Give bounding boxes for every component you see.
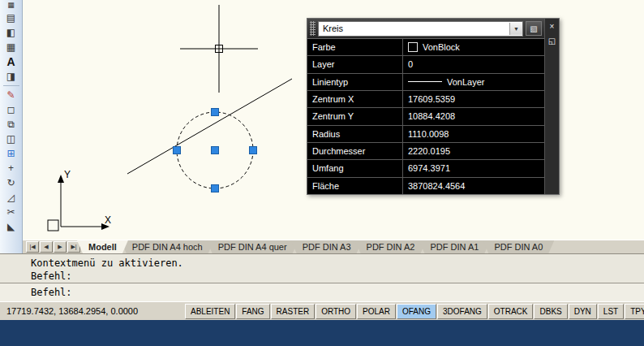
property-row-flaeche: Fläche 3870824.4564 [307, 178, 544, 194]
command-prompt-text: Befehl: [31, 287, 72, 298]
application-window: ▦ ▤ ◧ ▦ A ◨ ✎ ◻ ⧉ ◫ ⊞ + ↻ ◿ ✂ ◣ [0, 0, 644, 346]
tab-pdf-din-a2[interactable]: PDF DIN A2 [355, 240, 427, 253]
quick-select-icon: ▧ [530, 24, 537, 33]
chamfer-icon[interactable]: ◣ [3, 220, 19, 233]
status-toggle-3dofang[interactable]: 3DOFANG [437, 304, 487, 319]
layout-tab-bar: |◀ ◀ ▶ ▶| Modell PDF DIN A4 hoch PDF DIN… [23, 240, 644, 253]
first-tab-icon[interactable]: |◀ [26, 241, 39, 253]
ucs-x-label: X [105, 214, 111, 226]
tab-navigation: |◀ ◀ ▶ ▶| [26, 241, 80, 253]
prev-tab-icon[interactable]: ◀ [40, 241, 53, 253]
next-tab-icon[interactable]: ▶ [54, 241, 67, 253]
property-label: Farbe [307, 39, 403, 55]
property-row-farbe: Farbe VonBlock [307, 39, 544, 56]
tab-modell[interactable]: Modell [77, 240, 128, 253]
palette-side-bar: × ◱ [544, 19, 559, 194]
command-history[interactable]: Kontextmenü zu aktivieren. Befehl: [0, 254, 644, 283]
construction-line[interactable] [127, 79, 292, 174]
property-row-umfang: Umfang 6974.3971 [307, 160, 544, 177]
scale-icon[interactable]: ◿ [3, 191, 19, 204]
move-icon[interactable]: + [3, 162, 19, 175]
trim-icon[interactable]: ✂ [3, 205, 19, 218]
property-label: Radius [307, 126, 403, 142]
mirror-icon[interactable]: ◫ [3, 132, 19, 145]
tab-pdf-din-a4-quer[interactable]: PDF DIN A4 quer [207, 240, 298, 253]
palette-grip-handle[interactable] [310, 21, 316, 36]
status-toggles: ABLEITEN FANG RASTER ORTHO POLAR OFANG 3… [185, 304, 644, 319]
property-value[interactable]: 2220.0195 [403, 143, 544, 159]
status-toggle-fang[interactable]: FANG [236, 304, 269, 319]
auto-hide-button[interactable]: ◱ [547, 36, 557, 46]
status-toggle-dyn[interactable]: DYN [569, 304, 597, 319]
command-history-line: Kontextmenü zu aktivieren. [31, 257, 644, 270]
chevron-down-icon[interactable]: ▼ [509, 23, 522, 35]
left-toolbar: ▦ ▤ ◧ ▦ A ◨ ✎ ◻ ⧉ ◫ ⊞ + ↻ ◿ ✂ ◣ [0, 0, 23, 253]
grip-top[interactable] [212, 109, 219, 116]
text-icon[interactable]: A [3, 55, 19, 68]
annotation-icon[interactable]: ◨ [3, 70, 19, 83]
status-toggle-otrack[interactable]: OTRACK [488, 304, 534, 319]
property-label: Fläche [307, 178, 403, 194]
property-value[interactable]: 10884.4208 [403, 108, 544, 124]
property-label: Zentrum X [307, 91, 403, 107]
status-toggle-ableiten[interactable]: ABLEITEN [185, 304, 235, 319]
rotate-icon[interactable]: ↻ [3, 176, 19, 189]
property-row-linientyp: Linientyp VonLayer [307, 74, 544, 91]
model-space-canvas[interactable]: Y X Kreis ▼ ▧ [23, 0, 644, 240]
taskbar-strip [0, 320, 644, 346]
property-value[interactable]: 17609.5359 [403, 91, 544, 107]
status-toggle-raster[interactable]: RASTER [271, 304, 316, 319]
property-value[interactable]: 6974.3971 [403, 160, 544, 176]
array-icon[interactable]: ⊞ [3, 147, 19, 160]
property-list: Farbe VonBlock Layer 0 [307, 38, 544, 194]
object-type-dropdown[interactable]: Kreis ▼ [318, 21, 523, 37]
command-history-line: Befehl: [31, 270, 644, 283]
ucs-y-label: Y [64, 169, 71, 180]
property-row-zentrum-y: Zentrum Y 10884.4208 [307, 108, 544, 125]
brush-icon[interactable]: ✎ [3, 89, 19, 102]
tab-pdf-din-a0[interactable]: PDF DIN A0 [483, 240, 554, 253]
grip-left[interactable] [174, 147, 181, 154]
status-toggle-dbks[interactable]: DBKS [534, 304, 567, 319]
tab-pdf-din-a3[interactable]: PDF DIN A3 [291, 240, 363, 253]
status-toggle-ofang[interactable]: OFANG [397, 304, 436, 319]
palette-title-bar: Kreis ▼ ▧ [307, 19, 544, 38]
sheet-icon[interactable]: ▤ [3, 11, 19, 24]
property-value[interactable]: 0 [403, 56, 544, 72]
grip-right[interactable] [250, 147, 257, 154]
property-value[interactable]: 3870824.4564 [403, 178, 544, 194]
close-palette-button[interactable]: × [547, 21, 557, 32]
property-value[interactable]: VonLayer [403, 74, 544, 90]
property-row-durchmesser: Durchmesser 2220.0195 [307, 143, 544, 160]
property-value[interactable]: 1110.0098 [403, 126, 544, 142]
workspace: ▦ ▤ ◧ ▦ A ◨ ✎ ◻ ⧉ ◫ ⊞ + ↻ ◿ ✂ ◣ [0, 0, 644, 253]
tab-pdf-din-a4-hoch[interactable]: PDF DIN A4 hoch [121, 240, 214, 253]
quick-select-button[interactable]: ▧ [526, 21, 542, 36]
property-label: Umfang [307, 160, 403, 176]
property-label: Zentrum Y [307, 108, 403, 124]
properties-palette: Kreis ▼ ▧ Farbe [307, 18, 560, 195]
status-toggle-tpy[interactable]: TPY [625, 304, 644, 319]
tab-pdf-din-a1[interactable]: PDF DIN A1 [419, 240, 490, 253]
color-swatch [408, 42, 418, 52]
command-window[interactable]: Kontextmenü zu aktivieren. Befehl: Befeh… [0, 253, 644, 301]
status-toggle-lst[interactable]: LST [598, 304, 624, 319]
erase-icon[interactable]: ◻ [3, 103, 19, 116]
table-icon[interactable]: ▦ [3, 41, 19, 54]
grip-bottom[interactable] [212, 185, 219, 192]
copy-icon[interactable]: ⧉ [3, 118, 19, 131]
linetype-sample [408, 81, 442, 82]
status-toggle-ortho[interactable]: ORTHO [316, 304, 356, 319]
property-label: Linientyp [307, 74, 403, 90]
grip-center[interactable] [212, 147, 219, 154]
status-bar: 17719.7432, 13684.2954, 0.0000 ABLEITEN … [0, 301, 644, 320]
property-value[interactable]: VonBlock [403, 39, 544, 55]
property-label: Layer [307, 56, 403, 72]
palette-icon[interactable]: ◧ [3, 26, 19, 39]
grid-icon[interactable]: ▦ [3, 1, 19, 10]
status-toggle-polar[interactable]: POLAR [357, 304, 396, 319]
command-input-line[interactable]: Befehl: [0, 283, 644, 301]
coordinate-display[interactable]: 17719.7432, 13684.2954, 0.0000 [6, 306, 185, 316]
toolbar-separator [3, 85, 19, 86]
ucs-icon [48, 175, 109, 231]
